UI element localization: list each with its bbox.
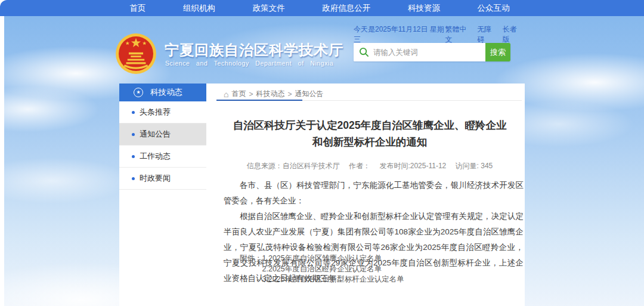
nav-item-gov-info[interactable]: 政府信息公开 <box>322 3 370 14</box>
sidebar-item-headlines[interactable]: 头条推荐 <box>119 101 206 123</box>
sidebar-item-work-trends[interactable]: 工作动态 <box>119 146 206 168</box>
search-button[interactable]: 搜索 <box>485 43 510 61</box>
bullet-icon <box>132 111 135 114</box>
breadcrumb: ⌂ 首页 > 科技动态 > 通知公告 <box>224 89 324 99</box>
star-circle-icon: ★ <box>134 88 143 97</box>
attachment-link-eagle-list[interactable]: 1.2025年度自治区雏鹰企业认定名单 <box>262 254 404 264</box>
page: 首页 组织机构 政策文件 政府信息公开 科技资源 公众互动 宁夏回族自治区科学技… <box>0 0 644 306</box>
header-utility-bar: 今天是2025年11月12日 星期三 繁體中文 无障碍 长者版 <box>354 30 522 39</box>
nav-item-resources[interactable]: 科技资源 <box>408 3 440 14</box>
attachments: 附件： 1.2025年度自治区雏鹰企业认定名单 2.2025年度自治区瞪羚企业认… <box>240 254 404 285</box>
sidebar-header: ★ 科技动态 <box>119 84 206 101</box>
top-navigation-items: 首页 组织机构 政策文件 政府信息公开 科技资源 公众互动 <box>111 0 528 16</box>
top-navigation: 首页 组织机构 政策文件 政府信息公开 科技资源 公众互动 <box>0 0 644 16</box>
sidebar-item-label: 工作动态 <box>140 151 171 162</box>
article-title-line1: 自治区科技厅关于认定2025年度自治区雏鹰企业、瞪羚企业 <box>215 117 525 134</box>
content-panel: ★ 科技动态 头条推荐 通知公告 工作动态 时政要闻 ⌂ <box>119 84 525 306</box>
meta-visit-count: 访问量: 345 <box>456 162 493 170</box>
breadcrumb-tech-trends[interactable]: 科技动态 <box>256 89 284 99</box>
nav-item-policy[interactable]: 政策文件 <box>253 3 285 14</box>
site-subtitle: Science and Technology Department of Nin… <box>165 60 356 67</box>
attachments-label: 附件： <box>240 254 262 264</box>
search-field <box>354 43 485 61</box>
attachment-link-gazelle-list[interactable]: 2.2025年度自治区瞪羚企业认定名单 <box>262 264 404 275</box>
article-paragraph: 各市、县（区）科技管理部门，宁东能源化工基地管委会，银川经济技术开发区管委会，各… <box>224 178 524 209</box>
sidebar: ★ 科技动态 头条推荐 通知公告 工作动态 时政要闻 <box>119 84 206 190</box>
nav-item-home[interactable]: 首页 <box>129 3 145 14</box>
link-senior-version[interactable]: 长者版 <box>503 24 522 45</box>
link-traditional-chinese[interactable]: 繁體中文 <box>445 24 472 45</box>
link-accessibility[interactable]: 无障碍 <box>477 24 497 45</box>
meta-source: 信息来源：自治区科学技术厅 <box>247 162 340 170</box>
search-box: 搜索 <box>354 43 510 61</box>
breadcrumb-active-underline <box>216 100 302 101</box>
search-input[interactable] <box>373 48 485 57</box>
bullet-icon <box>132 155 135 158</box>
attachment-link-benchmark-list[interactable]: 3.2025年度自治区创新型标杆企业认定名单 <box>262 274 404 285</box>
nav-item-interaction[interactable]: 公众互动 <box>478 3 510 14</box>
bullet-icon <box>132 133 135 136</box>
article-meta: 信息来源：自治区科学技术厅 作者： 发布时间:2025-11-12 访问量: 3… <box>215 161 525 171</box>
bullet-icon <box>132 177 135 180</box>
current-date-text: 今天是2025年11月12日 星期三 <box>354 24 445 45</box>
meta-author: 作者： <box>349 162 370 170</box>
nav-item-organization[interactable]: 组织机构 <box>183 3 215 14</box>
meta-publish-time: 发布时间:2025-11-12 <box>379 162 446 170</box>
breadcrumb-home[interactable]: 首页 <box>231 89 246 99</box>
attachment-list: 1.2025年度自治区雏鹰企业认定名单 2.2025年度自治区瞪羚企业认定名单 … <box>262 254 404 285</box>
site-title: 宁夏回族自治区科学技术厅 <box>165 41 355 60</box>
sidebar-title: 科技动态 <box>150 87 182 98</box>
breadcrumb-notices[interactable]: 通知公告 <box>295 89 324 99</box>
sidebar-item-label: 通知公告 <box>140 129 171 140</box>
breadcrumb-separator: > <box>287 90 292 98</box>
national-emblem-logo <box>115 33 157 75</box>
search-icon <box>359 47 369 57</box>
sidebar-item-notices[interactable]: 通知公告 <box>119 123 206 146</box>
sidebar-item-label: 时政要闻 <box>140 173 171 184</box>
breadcrumb-separator: > <box>249 90 253 98</box>
quick-links: 繁體中文 无障碍 长者版 <box>445 24 522 45</box>
home-icon: ⌂ <box>224 90 228 98</box>
sidebar-item-label: 头条推荐 <box>140 107 171 118</box>
article-title: 自治区科技厅关于认定2025年度自治区雏鹰企业、瞪羚企业 和创新型标杆企业的通知 <box>215 117 525 150</box>
sidebar-item-political-news[interactable]: 时政要闻 <box>119 168 206 190</box>
article-title-line2: 和创新型标杆企业的通知 <box>215 134 525 150</box>
